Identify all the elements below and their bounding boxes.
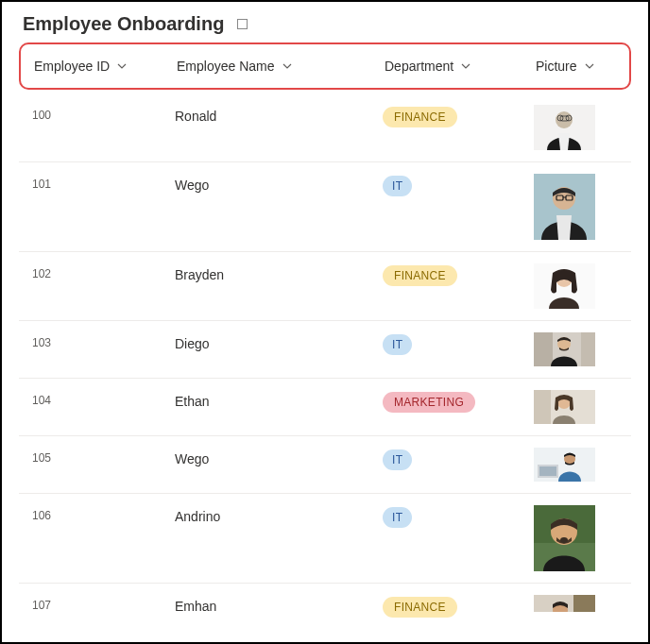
table-body: 100 Ronald FINANCE 101 Wego IT 102 Brayd… xyxy=(2,93,648,629)
column-header-label: Employee ID xyxy=(34,59,110,74)
cell-employee-id: 103 xyxy=(19,332,175,349)
cell-picture xyxy=(534,105,631,150)
table-row[interactable]: 105 Wego IT xyxy=(19,436,631,494)
department-badge: FINANCE xyxy=(383,597,457,618)
table-row[interactable]: 101 Wego IT xyxy=(19,162,631,252)
column-header-label: Department xyxy=(385,59,453,74)
title-action-icon[interactable] xyxy=(237,19,248,29)
cell-department: FINANCE xyxy=(383,105,534,127)
cell-picture xyxy=(534,174,631,240)
chevron-down-icon xyxy=(117,63,127,69)
cell-employee-id: 105 xyxy=(19,448,175,465)
cell-picture xyxy=(534,263,631,309)
chevron-down-icon xyxy=(461,63,470,69)
table-row[interactable]: 102 Brayden FINANCE xyxy=(19,252,631,321)
column-header-picture[interactable]: Picture xyxy=(536,59,629,74)
avatar xyxy=(534,390,595,424)
cell-employee-id: 100 xyxy=(19,105,175,122)
cell-department: IT xyxy=(383,332,534,355)
department-badge: IT xyxy=(383,449,412,470)
svg-rect-14 xyxy=(534,332,553,366)
department-badge: FINANCE xyxy=(383,107,457,127)
cell-employee-name: Diego xyxy=(175,332,383,351)
department-badge: IT xyxy=(383,507,412,528)
column-header-label: Picture xyxy=(536,59,577,74)
svg-rect-29 xyxy=(573,595,595,612)
cell-department: IT xyxy=(383,505,534,528)
cell-picture xyxy=(534,595,631,612)
column-header-employee-name[interactable]: Employee Name xyxy=(177,59,385,74)
table-row[interactable]: 104 Ethan MARKETING xyxy=(19,379,631,436)
avatar xyxy=(534,595,595,612)
cell-employee-name: Ethan xyxy=(175,390,383,409)
cell-employee-id: 106 xyxy=(19,505,175,522)
svg-rect-15 xyxy=(581,332,595,366)
cell-employee-name: Emhan xyxy=(175,595,383,614)
column-header-department[interactable]: Department xyxy=(385,59,536,74)
chevron-down-icon xyxy=(585,63,594,69)
table-row[interactable]: 103 Diego IT xyxy=(19,321,631,379)
avatar xyxy=(534,263,595,309)
avatar xyxy=(534,505,595,571)
avatar xyxy=(534,332,595,366)
column-header-employee-id[interactable]: Employee ID xyxy=(21,59,177,74)
cell-employee-id: 102 xyxy=(19,263,175,280)
column-header-row: Employee ID Employee Name Department Pic… xyxy=(19,42,631,90)
avatar xyxy=(534,105,595,150)
cell-picture xyxy=(534,332,631,366)
cell-department: IT xyxy=(383,174,534,196)
column-header-label: Employee Name xyxy=(177,59,275,74)
avatar xyxy=(534,448,595,482)
avatar xyxy=(534,174,595,240)
page-header: Employee Onboarding xyxy=(2,2,648,42)
table-row[interactable]: 107 Emhan FINANCE xyxy=(19,584,631,629)
cell-employee-name: Wego xyxy=(175,174,383,193)
cell-picture xyxy=(534,505,631,571)
cell-employee-name: Andrino xyxy=(175,505,383,524)
svg-rect-18 xyxy=(534,390,551,424)
department-badge: IT xyxy=(383,176,412,196)
department-badge: IT xyxy=(383,334,412,355)
cell-employee-name: Wego xyxy=(175,448,383,466)
column-header-highlight: Employee ID Employee Name Department Pic… xyxy=(2,42,648,93)
cell-department: IT xyxy=(383,448,534,470)
svg-point-27 xyxy=(560,537,568,543)
cell-department: FINANCE xyxy=(383,263,534,286)
cell-employee-name: Brayden xyxy=(175,263,383,282)
chevron-down-icon xyxy=(282,63,292,69)
cell-department: MARKETING xyxy=(383,390,534,413)
department-badge: FINANCE xyxy=(383,265,457,286)
cell-picture xyxy=(534,390,631,424)
cell-department: FINANCE xyxy=(383,595,534,618)
cell-employee-id: 104 xyxy=(19,390,175,407)
page-title: Employee Onboarding xyxy=(23,13,224,35)
table-row[interactable]: 106 Andrino IT xyxy=(19,494,631,584)
cell-picture xyxy=(534,448,631,482)
department-badge: MARKETING xyxy=(383,392,475,413)
cell-employee-name: Ronald xyxy=(175,105,383,124)
table-row[interactable]: 100 Ronald FINANCE xyxy=(19,93,631,162)
cell-employee-id: 101 xyxy=(19,174,175,191)
svg-rect-22 xyxy=(539,466,556,476)
cell-employee-id: 107 xyxy=(19,595,175,612)
